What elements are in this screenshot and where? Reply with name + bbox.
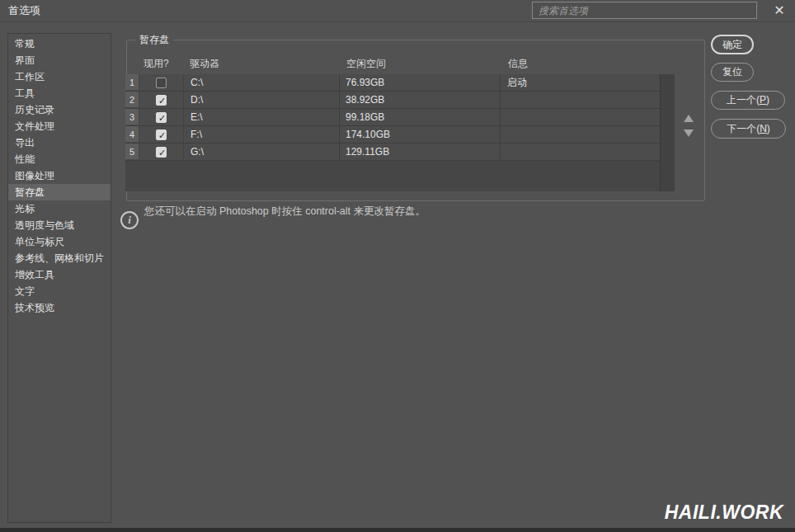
reset-button[interactable]: 复位 — [711, 63, 754, 82]
table-row[interactable]: 1 C:\ 76.93GB 启动 — [125, 74, 660, 92]
ok-button[interactable]: 确定 — [711, 35, 754, 54]
info-cell — [501, 92, 660, 108]
move-up-icon[interactable] — [684, 115, 694, 122]
free-space-cell: 76.93GB — [340, 74, 501, 91]
drive-cell: C:\ — [184, 74, 340, 91]
watermark: HAILI.WORK — [665, 501, 783, 524]
table-row[interactable]: 2 D:\ 38.92GB — [125, 92, 660, 109]
info-cell — [501, 126, 660, 143]
dialog-title: 首选项 — [8, 0, 40, 21]
active-checkbox[interactable] — [156, 147, 167, 158]
titlebar: 首选项 ✕ — [0, 0, 795, 22]
checkbox-cell — [139, 126, 184, 143]
groupbox-title: 暂存盘 — [135, 33, 173, 46]
note-text: 您还可以在启动 Photoshop 时按住 control-alt 来更改暂存盘… — [144, 205, 426, 219]
active-checkbox[interactable] — [156, 129, 167, 140]
row-number: 2 — [125, 92, 139, 108]
table-row[interactable]: 3 E:\ 99.18GB — [125, 109, 660, 126]
info-cell — [501, 144, 660, 160]
sidebar-item-scratch-disks[interactable]: 暂存盘 — [8, 184, 111, 200]
sidebar-item-cursors[interactable]: 光标 — [8, 200, 111, 217]
table-row[interactable]: 4 F:\ 174.10GB — [125, 126, 660, 144]
table-row[interactable]: 5 G:\ 129.11GB — [125, 144, 660, 161]
sidebar-item-units-rulers[interactable]: 单位与标尺 — [8, 233, 111, 250]
move-down-icon[interactable] — [684, 129, 694, 137]
active-checkbox[interactable] — [156, 78, 167, 88]
previous-button-label-suffix: ) — [766, 94, 769, 106]
sidebar-item-history-log[interactable]: 历史记录 — [8, 101, 111, 118]
sidebar-item-export[interactable]: 导出 — [8, 134, 111, 151]
window-bottom-edge — [0, 528, 795, 532]
sidebar-item-performance[interactable]: 性能 — [8, 151, 111, 167]
row-number: 3 — [125, 109, 139, 125]
row-number: 5 — [125, 144, 139, 160]
sidebar-item-workspace[interactable]: 工作区 — [8, 68, 111, 85]
info-icon: i — [120, 211, 139, 229]
scratch-disk-table: 1 C:\ 76.93GB 启动 2 D:\ 38.92GB 3 E:\ 99.… — [125, 74, 674, 191]
sidebar-item-general[interactable]: 常规 — [8, 35, 111, 52]
sidebar-item-tools[interactable]: 工具 — [8, 85, 111, 101]
column-header-info: 信息 — [508, 57, 528, 71]
drive-cell: F:\ — [184, 126, 340, 143]
preferences-sidebar: 常规 界面 工作区 工具 历史记录 文件处理 导出 性能 图像处理 暂存盘 光标… — [7, 33, 111, 523]
column-header-active: 现用? — [143, 57, 169, 71]
sidebar-item-technology-previews[interactable]: 技术预览 — [8, 299, 111, 316]
next-button-label-suffix: ) — [767, 123, 770, 134]
free-space-cell: 174.10GB — [340, 126, 501, 143]
row-number: 1 — [125, 74, 139, 91]
next-button[interactable]: 下一个(N) — [711, 119, 786, 139]
sidebar-item-image-processing[interactable]: 图像处理 — [8, 167, 111, 184]
sidebar-item-guides-grid-slices[interactable]: 参考线、网格和切片 — [8, 250, 111, 266]
close-icon[interactable]: ✕ — [769, 0, 790, 21]
table-scrollbar-track — [660, 74, 675, 191]
active-checkbox[interactable] — [156, 112, 167, 123]
drive-cell: D:\ — [184, 92, 340, 108]
previous-button-label: 上一个( — [727, 94, 760, 106]
checkbox-cell — [139, 74, 184, 91]
checkbox-cell — [139, 92, 184, 108]
free-space-cell: 38.92GB — [340, 92, 501, 108]
drive-cell: E:\ — [184, 109, 340, 125]
sidebar-item-interface[interactable]: 界面 — [8, 52, 111, 68]
row-number: 4 — [125, 126, 139, 143]
previous-button[interactable]: 上一个(P) — [711, 91, 785, 110]
previous-access-key: P — [760, 94, 766, 106]
sidebar-item-type[interactable]: 文字 — [8, 283, 111, 299]
sidebar-item-file-handling[interactable]: 文件处理 — [8, 118, 111, 134]
drive-cell: G:\ — [184, 144, 340, 160]
checkbox-cell — [139, 109, 184, 125]
info-cell — [501, 109, 660, 125]
sidebar-item-plugins[interactable]: 增效工具 — [8, 266, 111, 283]
info-cell: 启动 — [501, 74, 660, 91]
active-checkbox[interactable] — [156, 95, 167, 106]
table-rows: 1 C:\ 76.93GB 启动 2 D:\ 38.92GB 3 E:\ 99.… — [125, 74, 660, 161]
checkbox-cell — [139, 144, 184, 160]
sidebar-item-transparency-gamut[interactable]: 透明度与色域 — [8, 217, 111, 233]
free-space-cell: 99.18GB — [340, 109, 501, 125]
column-header-free-space: 空闲空间 — [346, 57, 386, 71]
next-access-key: N — [760, 123, 767, 134]
column-header-drive: 驱动器 — [190, 57, 219, 71]
free-space-cell: 129.11GB — [340, 144, 501, 160]
search-input[interactable] — [532, 2, 757, 19]
next-button-label: 下一个( — [727, 123, 760, 134]
